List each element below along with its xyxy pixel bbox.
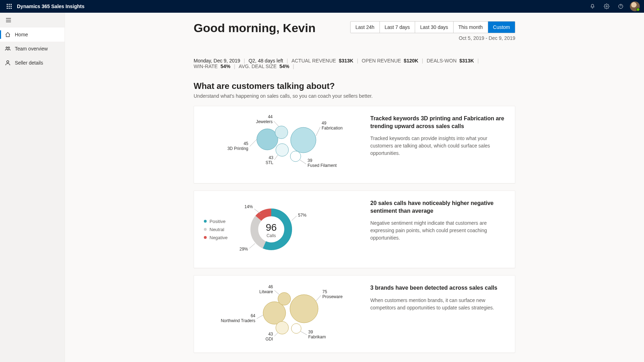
svg-text:Litware: Litware bbox=[259, 289, 273, 294]
card-sentiment: Positive Neutral Negative 96 bbox=[194, 191, 515, 268]
svg-rect-2 bbox=[11, 4, 12, 5]
section-subtitle: Understand what's happening on sales cal… bbox=[194, 93, 515, 99]
card-brands: 64 Northwind Traders 46 Litware 75 Prose… bbox=[194, 275, 515, 353]
svg-text:Calls: Calls bbox=[267, 233, 276, 238]
svg-point-22 bbox=[275, 126, 288, 139]
card-desc: Tracked keywords can provide insights in… bbox=[370, 135, 505, 157]
svg-rect-3 bbox=[7, 6, 8, 7]
kpi-date: Monday, Dec 9, 2019 bbox=[194, 58, 240, 64]
svg-rect-0 bbox=[7, 4, 8, 5]
kpi-open-revenue: OPEN REVENUE$120K bbox=[362, 58, 419, 64]
user-avatar[interactable] bbox=[630, 1, 640, 11]
kpi-win-rate: WIN-RATE54% bbox=[194, 64, 230, 69]
svg-text:29%: 29% bbox=[239, 247, 248, 252]
kpi-row: Monday, Dec 9, 2019 | Q2, 48 days left |… bbox=[194, 58, 515, 69]
brands-bubble-chart: 64 Northwind Traders 46 Litware 75 Prose… bbox=[204, 284, 359, 344]
settings-icon[interactable] bbox=[600, 0, 613, 13]
svg-rect-5 bbox=[11, 6, 12, 7]
range-this-month[interactable]: This month bbox=[454, 22, 488, 33]
card-keywords: 45 3D Printing 44 Jewelers 49 Fabricatio… bbox=[194, 106, 515, 183]
page-title: Good morning, Kevin bbox=[194, 21, 316, 35]
legend-neutral: Neutral bbox=[204, 227, 227, 232]
svg-text:44: 44 bbox=[268, 115, 273, 119]
svg-rect-7 bbox=[9, 8, 10, 9]
svg-text:Proseware: Proseware bbox=[322, 294, 343, 299]
kpi-deals-won: DEALS-WON$313K bbox=[427, 58, 474, 64]
card-desc: When customers mention brands, it can su… bbox=[370, 297, 505, 312]
svg-rect-1 bbox=[9, 4, 10, 5]
svg-text:64: 64 bbox=[251, 313, 256, 318]
svg-point-26 bbox=[291, 127, 316, 153]
notifications-icon[interactable] bbox=[586, 0, 599, 13]
sidebar-item-seller-details[interactable]: Seller details bbox=[0, 56, 65, 70]
sentiment-legend: Positive Neutral Negative bbox=[204, 216, 227, 243]
svg-text:3D Printing: 3D Printing bbox=[227, 146, 248, 151]
svg-point-9 bbox=[606, 6, 607, 7]
home-icon bbox=[5, 32, 11, 37]
svg-text:GDI: GDI bbox=[266, 337, 273, 342]
app-launcher-icon[interactable] bbox=[3, 0, 16, 13]
svg-text:Fused Filament: Fused Filament bbox=[308, 163, 337, 168]
card-headline: Tracked keywords 3D printing and Fabrica… bbox=[370, 115, 505, 130]
section-title: What are customers talking about? bbox=[194, 81, 515, 91]
svg-line-52 bbox=[274, 290, 279, 295]
svg-point-18 bbox=[257, 129, 278, 150]
card-headline: 3 brands have been detected across sales… bbox=[370, 284, 505, 292]
svg-line-43 bbox=[249, 243, 255, 248]
topbar: Dynamics 365 Sales Insights bbox=[0, 0, 644, 13]
svg-rect-4 bbox=[9, 6, 10, 7]
sidebar-item-label: Seller details bbox=[15, 60, 43, 66]
svg-line-48 bbox=[257, 315, 263, 319]
card-headline: 20 sales calls have noticeably higher ne… bbox=[370, 199, 505, 215]
keywords-bubble-chart: 45 3D Printing 44 Jewelers 49 Fabricatio… bbox=[204, 115, 359, 175]
svg-line-35 bbox=[300, 160, 306, 164]
svg-text:45: 45 bbox=[244, 141, 249, 146]
kpi-avg-deal-size: AVG. DEAL SIZE54% bbox=[239, 64, 289, 69]
hamburger-icon[interactable] bbox=[0, 13, 65, 28]
range-custom[interactable]: Custom bbox=[488, 22, 515, 33]
svg-point-11 bbox=[621, 7, 621, 8]
svg-line-31 bbox=[274, 155, 278, 160]
sidebar-item-label: Team overview bbox=[15, 46, 48, 52]
card-desc: Negative sentiment might indicate that c… bbox=[370, 219, 505, 242]
sidebar-item-team-overview[interactable]: Team overview bbox=[0, 42, 65, 56]
svg-rect-6 bbox=[7, 8, 8, 9]
kpi-quarter: Q2, 48 days left bbox=[249, 58, 283, 64]
svg-point-55 bbox=[290, 295, 318, 323]
svg-text:14%: 14% bbox=[244, 204, 253, 209]
svg-point-30 bbox=[276, 144, 288, 156]
svg-line-45 bbox=[254, 209, 261, 214]
svg-text:Fabrication: Fabrication bbox=[322, 126, 342, 131]
range-last-30-days[interactable]: Last 30 days bbox=[415, 22, 453, 33]
date-range-picker: Last 24h Last 7 days Last 30 days This m… bbox=[350, 21, 515, 33]
sentiment-donut-chart: Positive Neutral Negative 96 bbox=[204, 199, 359, 259]
main-content: Good morning, Kevin Last 24h Last 7 days… bbox=[65, 13, 644, 362]
range-last-24h[interactable]: Last 24h bbox=[351, 22, 380, 33]
team-icon bbox=[5, 46, 11, 52]
svg-text:Northwind Traders: Northwind Traders bbox=[221, 318, 255, 323]
svg-text:43: 43 bbox=[268, 332, 273, 337]
svg-line-41 bbox=[292, 216, 297, 221]
svg-text:96: 96 bbox=[266, 222, 277, 233]
legend-negative: Negative bbox=[204, 235, 227, 240]
svg-point-17 bbox=[7, 61, 9, 63]
range-last-7-days[interactable]: Last 7 days bbox=[380, 22, 415, 33]
svg-line-19 bbox=[250, 139, 257, 146]
svg-point-34 bbox=[290, 151, 301, 162]
sidebar-item-home[interactable]: Home bbox=[0, 28, 65, 42]
svg-text:75: 75 bbox=[322, 289, 327, 294]
svg-text:Fabrikam: Fabrikam bbox=[308, 334, 326, 339]
svg-line-64 bbox=[300, 331, 307, 335]
svg-text:39: 39 bbox=[308, 330, 313, 334]
svg-line-27 bbox=[316, 127, 320, 136]
svg-point-15 bbox=[6, 47, 7, 48]
svg-text:STL: STL bbox=[266, 160, 273, 165]
help-icon[interactable] bbox=[614, 0, 627, 13]
svg-text:46: 46 bbox=[268, 284, 273, 289]
svg-text:39: 39 bbox=[308, 158, 312, 163]
person-icon bbox=[5, 60, 11, 66]
svg-line-23 bbox=[274, 121, 279, 126]
sidebar: Home Team overview Seller details bbox=[0, 13, 65, 362]
date-range-text: Oct 5, 2019 - Dec 9, 2019 bbox=[350, 35, 515, 41]
sidebar-item-label: Home bbox=[15, 32, 28, 37]
